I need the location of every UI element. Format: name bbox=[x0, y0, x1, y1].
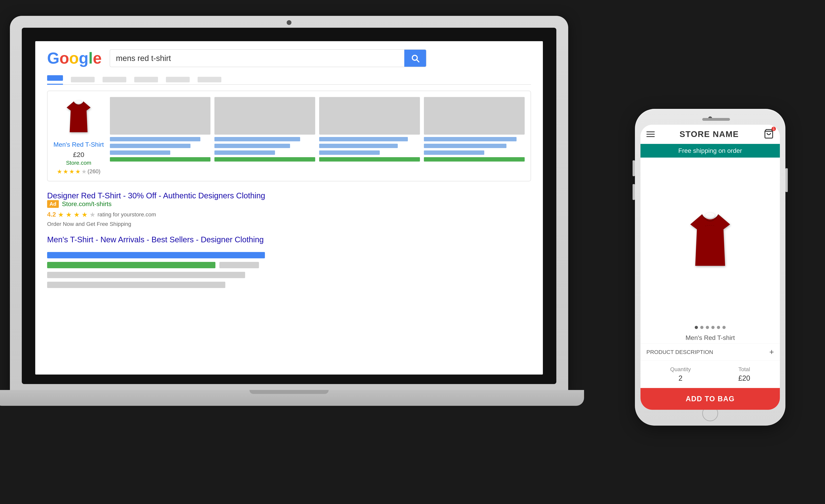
phone-speaker bbox=[702, 118, 730, 121]
store-link[interactable]: Store.com bbox=[66, 160, 91, 166]
ad1-badge-row: Ad Store.com/t-shirts bbox=[47, 200, 531, 208]
card-line-3b bbox=[319, 144, 398, 148]
hamburger-line-1 bbox=[647, 132, 655, 132]
star-4: ★ bbox=[75, 168, 81, 175]
tab-shopping[interactable] bbox=[102, 77, 126, 82]
other-card-3[interactable] bbox=[319, 97, 420, 175]
product-name: Men's Red T-shirt bbox=[641, 332, 780, 344]
bar-blue-1 bbox=[47, 252, 265, 258]
hamburger-line-2 bbox=[647, 134, 655, 135]
other-card-2[interactable] bbox=[214, 97, 315, 175]
other-card-1[interactable] bbox=[110, 97, 211, 175]
card-line-1a bbox=[110, 137, 201, 141]
product-image-dots bbox=[641, 323, 780, 332]
google-page: G o o g l e bbox=[35, 41, 543, 374]
card-line-4a bbox=[424, 137, 517, 141]
tab-more[interactable] bbox=[198, 77, 221, 82]
card-line-4d bbox=[424, 157, 525, 161]
card-line-1b bbox=[110, 144, 191, 148]
ad1-store[interactable]: Store.com/t-shirts bbox=[62, 200, 112, 208]
ad1-star1: ★ bbox=[58, 211, 64, 219]
product-stars: ★ ★ ★ ★ ★ (260) bbox=[57, 168, 100, 175]
google-logo: G o o g l e bbox=[47, 49, 102, 67]
cart-icon-wrapper[interactable]: 1 bbox=[764, 129, 774, 140]
quantity-block: Quantity 2 bbox=[670, 366, 691, 382]
dot-1[interactable] bbox=[695, 326, 698, 329]
ad1-rating-row: 4.2 ★ ★ ★ ★ ★ rating for yourstore.com bbox=[47, 211, 531, 219]
laptop-camera bbox=[287, 20, 291, 25]
star-1: ★ bbox=[57, 168, 62, 175]
total-block: Total £20 bbox=[738, 366, 750, 382]
hamburger-menu[interactable] bbox=[647, 132, 655, 137]
card-line-3c bbox=[319, 150, 380, 155]
hamburger-line-3 bbox=[647, 136, 655, 137]
product-title-link[interactable]: Men's Red T-Shirt bbox=[54, 141, 104, 149]
search-button[interactable] bbox=[404, 49, 426, 67]
card-img-2 bbox=[214, 97, 315, 135]
product-description-label: PRODUCT DESCRIPTION bbox=[647, 349, 713, 355]
svg-point-0 bbox=[76, 100, 81, 104]
product-description-row[interactable]: PRODUCT DESCRIPTION + bbox=[641, 344, 780, 360]
dot-3[interactable] bbox=[706, 326, 709, 329]
ad-section-1: Designer Red T-Shirt - 30% Off - Authent… bbox=[47, 191, 531, 227]
ad-section-2: Men's T-Shirt - New Arrivals - Best Sell… bbox=[47, 235, 531, 244]
tab-images[interactable] bbox=[71, 77, 95, 82]
search-icon bbox=[410, 53, 420, 63]
search-input[interactable] bbox=[110, 54, 404, 63]
ad1-rating-num: 4.2 bbox=[47, 211, 56, 218]
logo-o2: o bbox=[69, 49, 79, 67]
logo-g2: g bbox=[79, 49, 88, 67]
other-card-4[interactable] bbox=[424, 97, 525, 175]
ad1-star5: ★ bbox=[89, 211, 95, 219]
star-3: ★ bbox=[69, 168, 74, 175]
shopping-results-box: Men's Red T-Shirt £20 Store.com ★ ★ ★ ★ … bbox=[47, 91, 531, 181]
phone-screen: STORE NAME 1 Free shipping on order bbox=[641, 125, 780, 410]
card-line-4c bbox=[424, 150, 484, 155]
dot-4[interactable] bbox=[711, 326, 715, 329]
ad1-star4: ★ bbox=[82, 211, 87, 219]
bar-row-2 bbox=[47, 262, 531, 268]
star-2: ★ bbox=[63, 168, 68, 175]
search-tabs bbox=[47, 75, 531, 85]
svg-point-2 bbox=[705, 213, 715, 218]
quantity-label: Quantity bbox=[670, 366, 691, 372]
card-img-3 bbox=[319, 97, 420, 135]
dot-5[interactable] bbox=[717, 326, 720, 329]
search-bar[interactable] bbox=[110, 49, 427, 67]
tab-news[interactable] bbox=[134, 77, 158, 82]
product-price: £20 bbox=[73, 151, 84, 158]
add-to-bag-button[interactable]: ADD TO BAG bbox=[641, 388, 780, 410]
tshirt-svg bbox=[63, 98, 94, 135]
phone-tshirt-svg bbox=[682, 209, 738, 271]
tab-all[interactable] bbox=[47, 75, 63, 81]
logo-e: e bbox=[93, 49, 102, 67]
bar-row-4 bbox=[47, 282, 531, 288]
laptop-body: G o o g l e bbox=[10, 16, 568, 392]
app-header: STORE NAME 1 bbox=[641, 125, 780, 144]
dot-2[interactable] bbox=[700, 326, 703, 329]
card-line-3a bbox=[319, 137, 408, 141]
dot-6[interactable] bbox=[723, 326, 726, 329]
tab-maps[interactable] bbox=[166, 77, 190, 82]
ad-badge: Ad bbox=[47, 200, 59, 208]
laptop-screen-border: G o o g l e bbox=[22, 28, 556, 384]
bar-gray-3 bbox=[47, 282, 225, 288]
logo-o1: o bbox=[59, 49, 69, 67]
ad1-description: Order Now and Get Free Shipping bbox=[47, 221, 531, 227]
promo-banner: Free shipping on order bbox=[641, 144, 780, 158]
product-image-area bbox=[641, 158, 780, 323]
quantity-total-row: Quantity 2 Total £20 bbox=[641, 360, 780, 388]
ad2-title[interactable]: Men's T-Shirt - New Arrivals - Best Sell… bbox=[47, 235, 264, 244]
ad1-title[interactable]: Designer Red T-Shirt - 30% Off - Authent… bbox=[47, 191, 265, 200]
card-line-1d bbox=[110, 157, 211, 161]
card-line-2b bbox=[214, 144, 290, 148]
card-line-2d bbox=[214, 157, 315, 161]
ad1-star3: ★ bbox=[74, 211, 80, 219]
laptop-screen: G o o g l e bbox=[35, 41, 543, 374]
card-img-4 bbox=[424, 97, 525, 135]
expand-description-button[interactable]: + bbox=[769, 348, 774, 357]
quantity-value: 2 bbox=[678, 374, 682, 382]
google-header: G o o g l e bbox=[47, 49, 531, 67]
phone-power-button bbox=[785, 168, 788, 192]
phone-vol-up-button bbox=[632, 160, 635, 176]
